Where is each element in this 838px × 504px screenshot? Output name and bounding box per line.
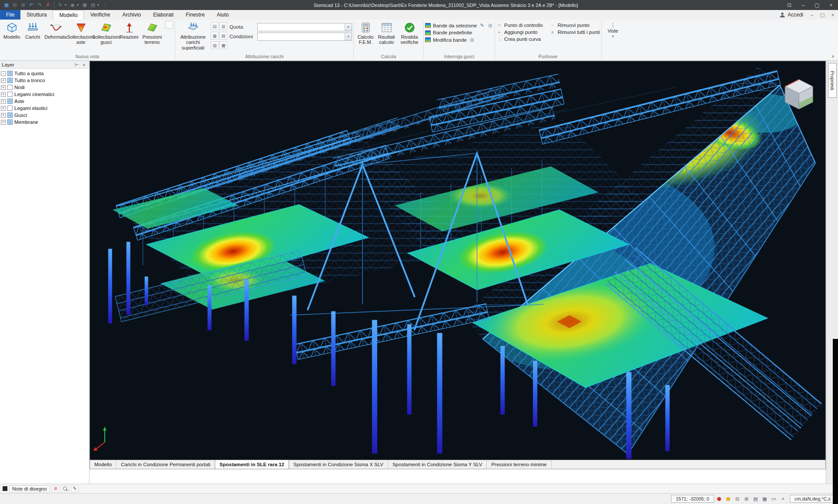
tab-aiuto[interactable]: Aiuto bbox=[211, 10, 235, 20]
risultati-calcolo-button[interactable]: Risultati calcolo bbox=[376, 20, 397, 52]
modifica-bande-button[interactable]: Modifica bande ◎ bbox=[425, 37, 493, 43]
layer-checkbox[interactable] bbox=[7, 71, 13, 76]
view-tab-spostamenti-sle[interactable]: Spostamenti in SLE rara 12 bbox=[215, 460, 289, 469]
expand-toggle[interactable]: + bbox=[1, 99, 6, 104]
sollecitazioni-aste-button[interactable]: Sollecitazioni aste bbox=[68, 20, 93, 52]
expand-toggle[interactable]: - bbox=[1, 71, 6, 76]
refresh-icon[interactable]: ↻ bbox=[57, 1, 64, 9]
more-icon[interactable]: ⋮ bbox=[101, 1, 109, 9]
punto-di-controllo-button[interactable]: □ Punto di controllo bbox=[496, 23, 543, 28]
tab-verifiche[interactable]: Verifiche bbox=[84, 10, 116, 20]
restore-button[interactable]: ▢ bbox=[810, 0, 824, 10]
condizioni-combobox[interactable]: ▾ bbox=[257, 33, 352, 41]
expand-toggle[interactable]: + bbox=[1, 106, 6, 111]
layer-item-legami-elastici[interactable]: + Legami elastici bbox=[1, 105, 88, 112]
attribuzione-carichi-superficiali-button[interactable]: Attribuzione carichi superficiali bbox=[176, 20, 210, 52]
view-tab-sisma-x[interactable]: Spostamenti in Condizione Sisma X SLV bbox=[289, 460, 388, 469]
expand-toggle[interactable]: + bbox=[1, 85, 6, 90]
layer-item-aste[interactable]: + Aste bbox=[1, 98, 88, 105]
chevron-down-icon[interactable]: ▾ bbox=[97, 3, 101, 7]
layer-checkbox[interactable] bbox=[7, 99, 13, 104]
layer-checkbox[interactable] bbox=[7, 85, 13, 90]
tab-archivio[interactable]: Archivio bbox=[116, 10, 147, 20]
layer-item-gusci[interactable]: + Gusci bbox=[1, 112, 88, 119]
select-view-icon[interactable]: ◉ bbox=[69, 1, 76, 9]
layer-checkbox[interactable] bbox=[7, 78, 13, 83]
layer-checkbox[interactable] bbox=[7, 113, 13, 118]
layer-item-nodi[interactable]: + Nodi bbox=[1, 84, 88, 91]
crea-punti-curva-button[interactable]: ∴ Crea punti curva bbox=[496, 36, 543, 42]
status-sheet-icon[interactable]: ⊟ bbox=[733, 495, 742, 503]
load-tool-icon[interactable]: ▦ bbox=[211, 32, 219, 40]
mdi-restore-button[interactable]: ▢ bbox=[817, 10, 828, 20]
save-icon[interactable]: ▦ bbox=[3, 1, 10, 9]
view-tab-carichi-permanenti[interactable]: Carichi in Condizione Permanenti portati bbox=[116, 460, 215, 469]
account-button[interactable]: Accedi bbox=[776, 10, 807, 20]
load-tool-icon[interactable]: ▨ bbox=[211, 41, 219, 49]
carichi-button[interactable]: Carichi bbox=[22, 20, 43, 52]
bande-da-selezione-button[interactable]: Bande da selezione ✎ ◎ bbox=[425, 23, 493, 28]
view-tab-modello[interactable]: Modello bbox=[90, 460, 116, 469]
layer-item-tutto-a-tronco[interactable]: + Tutto a tronco bbox=[1, 77, 88, 84]
quota-combobox[interactable]: ▾ bbox=[257, 23, 352, 31]
bande-predefinite-button[interactable]: Bande predefinite bbox=[425, 30, 493, 35]
view-tab-pressioni-minime[interactable]: Pressioni terreno minime bbox=[487, 460, 551, 469]
status-bulb-icon[interactable] bbox=[724, 495, 732, 503]
zoom-note-icon[interactable] bbox=[61, 485, 69, 492]
pin-icon[interactable]: ⊥ bbox=[73, 62, 80, 67]
status-monitor-icon[interactable]: ▭ bbox=[770, 495, 778, 503]
expand-toggle[interactable]: + bbox=[1, 92, 6, 97]
status-layers-icon[interactable]: ▤ bbox=[752, 495, 760, 503]
modello-button[interactable]: Modello bbox=[1, 20, 22, 52]
rivalida-verifiche-button[interactable]: Rivalida verifiche bbox=[397, 20, 422, 52]
error-filter-icon[interactable]: ⊘ bbox=[52, 485, 60, 492]
tab-file[interactable]: File bbox=[0, 10, 20, 20]
tab-finestre[interactable]: Finestre bbox=[180, 10, 211, 20]
model-3d-canvas[interactable] bbox=[90, 61, 825, 460]
status-grid-icon[interactable]: ⊞ bbox=[742, 495, 751, 503]
layer-item-tutto-a-quota[interactable]: - Tutto a quota bbox=[1, 70, 88, 77]
model-viewport[interactable] bbox=[90, 61, 826, 460]
redo-icon[interactable]: ↷ bbox=[36, 1, 43, 9]
viste-button[interactable]: ⋮ Viste ▾ bbox=[603, 20, 623, 51]
chevron-down-icon[interactable]: ▾ bbox=[77, 3, 80, 7]
note-di-disegno-button[interactable]: Note di disegno bbox=[9, 485, 50, 492]
chevron-down-icon[interactable]: ▾ bbox=[345, 33, 352, 40]
cube-view-icon[interactable]: ▣ bbox=[81, 1, 89, 9]
expand-toggle[interactable]: + bbox=[1, 120, 6, 125]
mdi-close-button[interactable]: × bbox=[828, 10, 838, 20]
mdi-minimize-button[interactable]: – bbox=[807, 10, 817, 20]
chevron-down-icon[interactable]: ▾ bbox=[345, 23, 352, 31]
reazioni-button[interactable]: Reazioni bbox=[119, 20, 140, 52]
view-tab-sisma-y[interactable]: Spostamenti in Condizione Sisma Y SLV bbox=[388, 460, 487, 469]
tab-elaborati[interactable]: Elaborati bbox=[147, 10, 180, 20]
load-tool-icon[interactable]: ▧ bbox=[219, 32, 227, 40]
expand-toggle[interactable]: + bbox=[1, 78, 6, 83]
minimize-button[interactable]: – bbox=[796, 0, 810, 10]
close-button[interactable]: × bbox=[824, 0, 838, 10]
copy-icon[interactable]: ⊞ bbox=[19, 1, 27, 9]
layer-checkbox[interactable] bbox=[7, 106, 13, 111]
load-tool-icon[interactable]: ▩ bbox=[219, 41, 227, 49]
tab-modello[interactable]: Modello bbox=[53, 10, 84, 20]
pencil-icon[interactable]: ✎ bbox=[479, 23, 485, 28]
deformata-button[interactable]: Deformata bbox=[43, 20, 68, 52]
table-view-icon[interactable]: ▤ bbox=[89, 1, 97, 9]
tab-struttura[interactable]: Struttura bbox=[20, 10, 53, 20]
layer-checkbox[interactable] bbox=[7, 119, 13, 125]
eyedropper-icon[interactable]: ◎ bbox=[469, 37, 475, 43]
rimuovi-tutti-button[interactable]: ≡ Rimuovi tutti i punti bbox=[550, 30, 600, 35]
layout-icon[interactable]: ⊡ bbox=[782, 0, 796, 10]
undo-icon[interactable]: ↶ bbox=[27, 1, 35, 9]
expand-toggle[interactable]: + bbox=[1, 113, 6, 118]
status-mesh-icon[interactable]: ▦ bbox=[761, 495, 769, 503]
extra-view-button[interactable] bbox=[165, 21, 173, 29]
sollecitazioni-gusci-button[interactable]: Sollecitazioni gusci bbox=[93, 20, 119, 52]
load-tool-icon[interactable]: ▥ bbox=[219, 22, 227, 30]
chevron-down-icon[interactable]: ▾ bbox=[65, 3, 68, 7]
close-panel-icon[interactable]: × bbox=[80, 62, 87, 67]
layer-item-legami-cinematici[interactable]: + Legami cinematici bbox=[1, 91, 88, 98]
rimuovi-punto-button[interactable]: − Rimuovi punto bbox=[550, 23, 600, 28]
aggiungi-punto-button[interactable]: + Aggiungi punto bbox=[496, 30, 543, 35]
tab-proprieta[interactable]: Proprietà bbox=[828, 63, 837, 98]
